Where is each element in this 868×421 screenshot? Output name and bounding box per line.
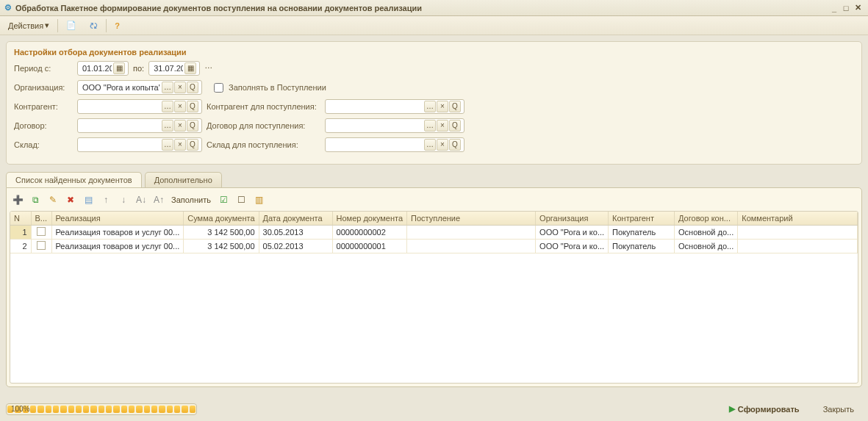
clear-button[interactable]: × — [174, 139, 186, 151]
clear-button[interactable]: × — [437, 139, 448, 151]
move-down-button[interactable]: ↓ — [117, 193, 130, 206]
documents-grid[interactable]: N В... Реализация Сумма документа Дата д… — [10, 211, 858, 384]
close-button[interactable]: Закрыть — [815, 402, 862, 417]
col-n[interactable]: N — [10, 212, 31, 226]
cell-realiz: Реализация товаров и услуг 00... — [51, 240, 184, 253]
minimize-button[interactable]: _ — [828, 4, 840, 12]
contr-label: Контрагент: — [14, 102, 73, 111]
select-button[interactable]: … — [424, 120, 436, 132]
clear-button[interactable]: × — [437, 101, 448, 112]
col-date[interactable]: Дата документа — [259, 212, 332, 226]
chevron-down-icon: ▾ — [45, 21, 49, 30]
edit-row-button[interactable]: ✎ — [46, 193, 60, 206]
select-button[interactable]: … — [162, 101, 173, 112]
search-button[interactable]: Q — [187, 120, 198, 132]
fill-in-receipt-checkbox[interactable]: Заполнять в Поступлении — [211, 81, 326, 95]
cell-dogovor: Основной до... — [675, 240, 738, 253]
toolbar-icon-1[interactable]: 📄 — [61, 18, 82, 32]
cell-sum: 3 142 500,00 — [184, 240, 259, 253]
calendar-icon[interactable]: ▦ — [184, 62, 196, 74]
form-button[interactable]: ▶ Сформировать — [721, 401, 808, 417]
toolbar-icon-2[interactable]: 🗘 — [85, 19, 103, 32]
cell-checkbox[interactable] — [31, 240, 51, 253]
period-to-label: по: — [133, 64, 144, 73]
calendar-icon[interactable]: ▦ — [113, 62, 125, 74]
table-row[interactable]: 2Реализация товаров и услуг 00...3 142 5… — [10, 240, 858, 253]
actions-menu[interactable]: Действия ▾ — [3, 18, 54, 32]
col-org[interactable]: Организация — [536, 212, 609, 226]
cell-contr: Покупатель — [609, 240, 675, 253]
cell-sum: 3 142 500,00 — [184, 226, 259, 240]
dogovor-input[interactable]: … × Q — [77, 118, 202, 133]
select-button[interactable]: … — [424, 101, 436, 112]
cell-receipt — [407, 240, 536, 253]
tab-body: ➕ ⧉ ✎ ✖ ▤ ↑ ↓ A↓ A↑ Заполнить ☑ ☐ ▥ N В.… — [6, 187, 862, 387]
table-row[interactable]: 1Реализация товаров и услуг 00...3 142 5… — [10, 226, 858, 240]
copy-row-button[interactable]: ⧉ — [29, 193, 42, 206]
search-button[interactable]: Q — [449, 120, 461, 132]
search-button[interactable]: Q — [187, 82, 198, 93]
clear-button[interactable]: × — [174, 82, 186, 93]
col-receipt[interactable]: Поступление — [407, 212, 536, 226]
group-title: Настройки отбора документов реализации — [14, 48, 854, 57]
search-button[interactable]: Q — [187, 101, 198, 112]
sklad-recv-input[interactable]: … × Q — [325, 137, 465, 152]
maximize-button[interactable]: □ — [840, 4, 852, 12]
contr-input[interactable]: … × Q — [77, 99, 202, 114]
period-to-value[interactable] — [152, 63, 184, 73]
help-button[interactable]: ? — [110, 19, 125, 32]
select-button[interactable]: … — [162, 139, 173, 151]
tab-found-docs[interactable]: Список найденных документов — [6, 172, 142, 187]
delete-row-button[interactable]: ✖ — [64, 193, 77, 206]
col-realiz[interactable]: Реализация — [51, 212, 184, 226]
progress-percent: 100% — [11, 405, 30, 413]
clear-button[interactable]: × — [437, 120, 448, 132]
titlebar: ⚙ Обработка Пакетное формирование докуме… — [0, 0, 868, 16]
clear-button[interactable]: × — [174, 101, 186, 112]
columns-button[interactable]: ▥ — [252, 193, 265, 206]
main-toolbar: Действия ▾ 📄 🗘 ? — [0, 16, 868, 35]
footer: 100% ▶ Сформировать Закрыть — [6, 401, 862, 417]
org-input[interactable]: … × Q — [77, 80, 202, 95]
play-icon: ▶ — [729, 404, 735, 414]
select-button[interactable]: … — [424, 139, 436, 151]
period-from-value[interactable] — [81, 63, 113, 73]
col-sum[interactable]: Сумма документа — [184, 212, 259, 226]
col-comment[interactable]: Комментарий — [738, 212, 858, 226]
period-extra-button[interactable]: … — [204, 61, 219, 76]
search-button[interactable]: Q — [449, 139, 461, 151]
sklad-input[interactable]: … × Q — [77, 137, 202, 152]
doc-icon: 📄 — [66, 21, 76, 30]
search-button[interactable]: Q — [187, 139, 198, 151]
close-button-label: Закрыть — [823, 405, 854, 414]
tab-additional[interactable]: Дополнительно — [145, 172, 222, 187]
fill-checkbox[interactable] — [214, 83, 223, 93]
clear-button[interactable]: × — [174, 120, 186, 132]
col-v[interactable]: В... — [31, 212, 51, 226]
fill-button[interactable]: Заполнить — [170, 195, 212, 204]
cell-org: ООО "Рога и ко... — [536, 240, 609, 253]
period-from-input[interactable]: ▦ — [77, 61, 129, 76]
dogovor-recv-input[interactable]: … × Q — [325, 118, 465, 133]
sort-asc-button[interactable]: A↓ — [134, 193, 148, 206]
select-button[interactable]: … — [162, 82, 173, 93]
period-to-input[interactable]: ▦ — [148, 61, 200, 76]
sort-desc-button[interactable]: A↑ — [152, 193, 165, 206]
cell-checkbox[interactable] — [31, 226, 51, 240]
close-window-button[interactable]: ✕ — [852, 3, 864, 12]
col-docnum[interactable]: Номер документа — [332, 212, 407, 226]
col-dogovor[interactable]: Договор кон... — [675, 212, 738, 226]
window-title: Обработка Пакетное формирование документ… — [15, 4, 422, 12]
cell-n: 2 — [10, 240, 31, 253]
move-up-button[interactable]: ↑ — [99, 193, 112, 206]
contr-recv-input[interactable]: … × Q — [325, 99, 465, 114]
cell-receipt — [407, 226, 536, 240]
select-button[interactable]: … — [162, 120, 173, 132]
check-all-button[interactable]: ☑ — [217, 193, 230, 206]
add-row-button[interactable]: ➕ — [11, 193, 24, 206]
col-contr[interactable]: Контрагент — [609, 212, 675, 226]
uncheck-all-button[interactable]: ☐ — [234, 193, 248, 206]
org-value[interactable] — [81, 82, 162, 93]
search-button[interactable]: Q — [449, 101, 461, 112]
mark-button[interactable]: ▤ — [82, 193, 95, 206]
